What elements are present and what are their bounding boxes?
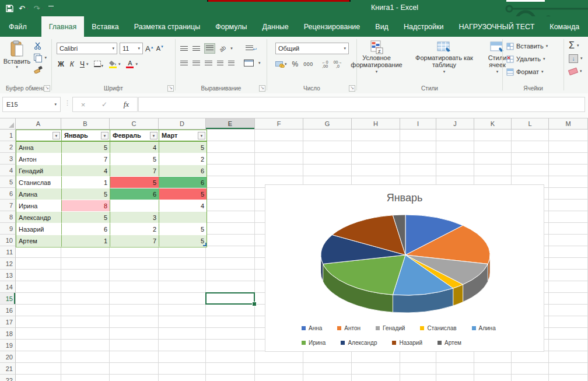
table-cell-name[interactable]: Станислав xyxy=(16,177,62,188)
format-painter-button[interactable] xyxy=(34,65,43,74)
font-color-dropdown-icon[interactable]: ▾ xyxy=(135,62,138,67)
row-header-19[interactable]: 19 xyxy=(0,340,16,351)
chart[interactable]: Январь АннаАнтонГенадийСтаниславАлина Ир… xyxy=(265,184,544,352)
table-cell-value[interactable]: 5 xyxy=(62,212,110,223)
customize-quick-access-button[interactable]: ▾ xyxy=(48,6,54,11)
insert-function-button[interactable]: fx xyxy=(124,100,129,109)
accounting-format-button[interactable]: ▾ xyxy=(275,61,287,68)
filter-button[interactable]: ▼ xyxy=(198,132,205,139)
row-header-18[interactable]: 18 xyxy=(0,328,16,340)
selected-cell[interactable] xyxy=(205,292,255,305)
orientation-dropdown-icon[interactable]: ▾ xyxy=(230,46,233,51)
column-header-E[interactable]: E xyxy=(206,118,255,130)
delete-cells-dropdown-icon[interactable]: ▾ xyxy=(543,57,545,61)
align-bottom-button[interactable] xyxy=(205,44,215,53)
borders-dropdown-icon[interactable]: ▾ xyxy=(101,64,103,68)
table-cell-name[interactable]: Генадий xyxy=(16,165,62,177)
row-header-13[interactable]: 13 xyxy=(0,270,16,281)
ribbon-tab-item[interactable]: Файл xyxy=(0,16,36,37)
conditional-formatting-dropdown-icon[interactable]: ▾ xyxy=(376,68,378,75)
column-header-F[interactable]: F xyxy=(255,118,303,130)
row-header-21[interactable]: 21 xyxy=(0,363,16,375)
column-header-D[interactable]: D xyxy=(159,118,206,130)
undo-dropdown-icon[interactable]: ▾ xyxy=(26,6,29,11)
select-all-corner[interactable] xyxy=(0,118,16,130)
table-header-cell[interactable]: ▼ xyxy=(16,130,62,142)
row-header-20[interactable]: 20 xyxy=(0,351,16,363)
table-header-cell[interactable]: Март▼ xyxy=(159,130,206,142)
table-cell-name[interactable]: Назарий xyxy=(16,223,62,235)
table-cell-value[interactable]: 6 xyxy=(62,223,110,235)
redo-button[interactable]: ↷▾ xyxy=(33,5,43,12)
bold-button[interactable]: Ж xyxy=(58,60,64,68)
align-left-button[interactable] xyxy=(180,61,188,66)
ribbon-tab-item[interactable]: Вид xyxy=(368,16,396,37)
table-header-cell[interactable]: Январь▼ xyxy=(62,130,110,142)
fill-dropdown-icon[interactable]: ▾ xyxy=(580,56,583,61)
table-cell-value[interactable]: 5 xyxy=(62,142,110,153)
clipboard-dialog-launcher[interactable]: ↘ xyxy=(44,85,50,92)
borders-button[interactable]: ▾ xyxy=(94,61,103,68)
table-header-cell[interactable]: Февраль▼ xyxy=(110,130,159,142)
clear-dropdown-icon[interactable]: ▾ xyxy=(580,69,582,74)
column-header-G[interactable]: G xyxy=(303,118,352,130)
decrease-decimal-button[interactable]: 00→,0 xyxy=(334,60,342,68)
row-header-12[interactable]: 12 xyxy=(0,258,16,270)
insert-cells-dropdown-icon[interactable]: ▾ xyxy=(546,44,548,48)
shrink-font-button[interactable]: A▼ xyxy=(156,45,164,52)
row-header-17[interactable]: 17 xyxy=(0,316,16,328)
ribbon-tab-item[interactable]: Разметка страницы xyxy=(127,16,208,37)
table-cell-value[interactable]: 8 xyxy=(62,200,110,212)
ribbon-tab-item[interactable]: Рецензирование xyxy=(296,16,368,37)
font-name-combobox[interactable]: Calibri▾ xyxy=(57,43,117,54)
table-cell-value[interactable]: 1 xyxy=(62,177,110,188)
delete-cells-button[interactable]: Удалить ▾ xyxy=(506,53,564,65)
column-header-C[interactable]: C xyxy=(110,118,159,130)
row-header-15[interactable]: 15 xyxy=(0,293,16,305)
table-cell-name[interactable]: Ирина xyxy=(16,200,62,212)
row-header-9[interactable]: 9 xyxy=(0,223,16,235)
italic-button[interactable]: К xyxy=(70,60,74,68)
conditional-formatting-button[interactable]: ≠ Условное форматирование ▾ xyxy=(344,40,410,75)
fill-handle[interactable] xyxy=(252,302,257,306)
font-dialog-launcher[interactable]: ↘ xyxy=(167,85,174,92)
decrease-indent-button[interactable] xyxy=(217,61,223,66)
cut-button[interactable] xyxy=(34,42,42,50)
column-header-I[interactable]: I xyxy=(400,118,436,130)
table-cell-value[interactable]: 1 xyxy=(62,235,110,247)
table-cell-value[interactable]: 4 xyxy=(62,165,110,177)
copy-dropdown-icon[interactable]: ▾ xyxy=(44,55,47,60)
font-color-button[interactable]: A xyxy=(126,60,134,68)
insert-cells-button[interactable]: Вставить ▾ xyxy=(506,40,564,53)
row-header-1[interactable]: 1 xyxy=(0,130,16,141)
ribbon-tab-item[interactable]: Вставка xyxy=(84,16,126,37)
filter-button[interactable]: ▼ xyxy=(52,132,60,139)
column-header-K[interactable]: K xyxy=(474,118,512,130)
table-cell-value[interactable]: 4 xyxy=(110,142,159,153)
ribbon-tab-item[interactable]: Команда xyxy=(542,16,587,37)
ribbon-tab-item[interactable]: Формулы xyxy=(208,16,254,37)
orientation-button[interactable]: ab xyxy=(218,44,228,53)
row-header-4[interactable]: 4 xyxy=(0,165,16,176)
font-name-dropdown-icon[interactable]: ▾ xyxy=(112,46,114,51)
row-header-8[interactable]: 8 xyxy=(0,211,16,223)
grow-font-button[interactable]: A▲ xyxy=(145,44,154,53)
row-header-3[interactable]: 3 xyxy=(0,153,16,165)
table-cell-value[interactable]: 2 xyxy=(110,223,159,235)
table-cell-value[interactable]: 2 xyxy=(159,153,206,165)
comma-style-button[interactable]: 000 xyxy=(303,61,313,67)
table-cell-value[interactable]: 7 xyxy=(110,165,159,177)
name-box[interactable]: E15 ▾ xyxy=(2,97,61,112)
paste-button[interactable]: Вставить ▾ xyxy=(2,40,32,74)
column-header-H[interactable]: H xyxy=(352,118,400,130)
align-center-button[interactable] xyxy=(192,61,200,66)
ribbon-tab-active[interactable]: Главная xyxy=(41,16,85,37)
format-as-table-button[interactable]: Форматировать как таблицу ▾ xyxy=(411,40,478,75)
align-middle-button[interactable] xyxy=(192,46,200,51)
column-header-J[interactable]: J xyxy=(436,118,474,130)
font-size-dropdown-icon[interactable]: ▾ xyxy=(138,46,140,51)
table-cell-value[interactable]: 5 xyxy=(110,153,159,165)
table-cell-value[interactable]: 6 xyxy=(159,177,206,188)
ribbon-tab-item[interactable]: НАГРУЗОЧНЫЙ ТЕСТ xyxy=(452,16,542,37)
table-cell-value[interactable]: 6 xyxy=(159,165,206,177)
